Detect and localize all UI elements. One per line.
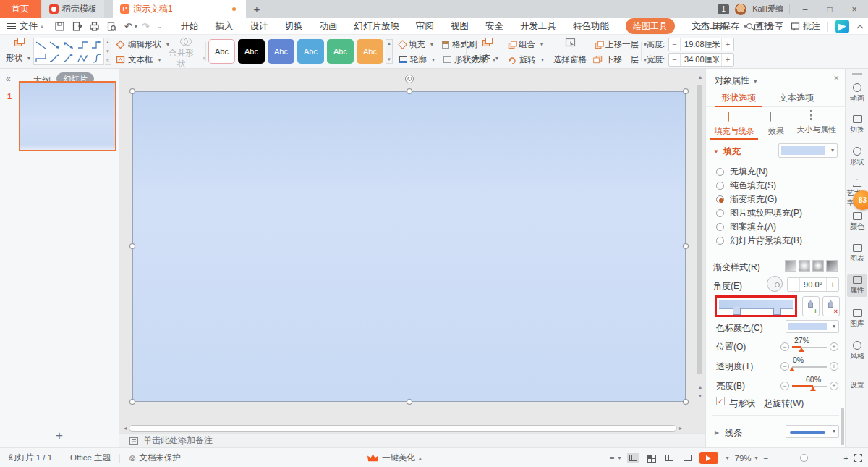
tab-document[interactable]: P 演示文稿1 — [113, 0, 246, 18]
subtab-size-properties[interactable]: 大小与属性 — [791, 111, 842, 135]
tab-text-options[interactable]: 文本选项 — [773, 89, 820, 107]
subtab-fill-line[interactable]: 填充与线条 — [710, 112, 758, 137]
horizontal-scrollbar[interactable]: ◂ ▸ — [124, 424, 682, 432]
shape-line-icon[interactable] — [34, 38, 48, 51]
more-commands-icon[interactable]: ⌄ — [157, 23, 162, 30]
position-minus-button[interactable]: − — [780, 342, 789, 351]
panel-scroll-thumb[interactable] — [841, 408, 844, 445]
rotate-with-shape-label[interactable]: 与形状一起旋转(W) — [729, 397, 804, 410]
style-sample-3[interactable]: Abc — [268, 39, 294, 64]
side-transition[interactable]: 切换 — [847, 114, 867, 136]
menu-start[interactable]: 开始 — [180, 20, 198, 33]
section-expand-icon[interactable]: ▼ — [713, 148, 719, 155]
minimize-button[interactable]: – — [796, 0, 814, 18]
protection-status[interactable]: ⊗文档未保护 — [129, 453, 181, 463]
brightness-plus-button[interactable]: + — [830, 382, 838, 390]
height-minus-button[interactable]: − — [669, 38, 681, 51]
resize-handle-se[interactable] — [683, 399, 689, 405]
slideshow-play-button[interactable] — [699, 452, 718, 464]
menu-insert[interactable]: 插入 — [215, 20, 233, 33]
scroll-up-icon[interactable]: ▲ — [697, 75, 704, 80]
notes-bar[interactable]: 单击此处添加备注 — [119, 433, 705, 447]
zoom-out-button[interactable]: − — [764, 454, 769, 463]
save-status-button[interactable]: 未保存▾ — [713, 20, 746, 33]
zoom-level-button[interactable]: 79%▾ — [735, 454, 758, 463]
shape-elbow-connector-icon[interactable] — [76, 38, 90, 51]
side-properties-active[interactable]: 属性 — [847, 274, 867, 297]
notification-badge[interactable]: 83 — [853, 190, 868, 210]
beautify-button[interactable]: 一键美化 ▴ — [367, 448, 422, 467]
gradient-style-linear[interactable] — [785, 260, 796, 272]
tab-docer[interactable]: 稻壳模板 — [42, 0, 104, 18]
angle-dial[interactable] — [767, 276, 783, 292]
gradient-bar[interactable] — [719, 300, 793, 309]
shape-elbow-arrow-icon[interactable] — [90, 38, 103, 51]
position-slider-marker[interactable] — [799, 348, 804, 352]
normal-view-button[interactable] — [627, 453, 639, 463]
resize-handle-ne[interactable] — [683, 88, 689, 94]
menu-drawing-tools-active[interactable]: 绘图工具 — [626, 18, 675, 34]
side-charts[interactable]: 图表 — [847, 243, 867, 265]
line-section-expand-icon[interactable]: ▶ — [715, 429, 719, 436]
shape-double-arrow-icon[interactable] — [61, 38, 75, 51]
stop-color-dropdown[interactable]: ▾ — [786, 320, 839, 333]
fill-button[interactable]: 填充▾ — [399, 38, 433, 51]
more-tools-icon[interactable]: ··· — [846, 370, 868, 377]
wps-ai-logo[interactable] — [835, 20, 849, 33]
style-sample-4[interactable]: Abc — [297, 39, 324, 64]
file-menu[interactable]: 文件 — [20, 20, 38, 33]
checkbox-checked-icon[interactable]: ✓ — [716, 397, 725, 405]
resize-handle-s[interactable] — [407, 399, 412, 405]
width-value[interactable]: 34.00厘米 — [681, 54, 722, 66]
user-name[interactable]: Kaili爱编 — [752, 4, 783, 14]
brightness-minus-button[interactable]: − — [780, 382, 789, 390]
drag-handle-icon[interactable] — [852, 73, 862, 75]
undo-button[interactable]: ↶ — [124, 21, 132, 32]
edit-shape-button[interactable]: 编辑形状▾ — [116, 38, 169, 51]
transparency-slider-track[interactable] — [792, 366, 827, 368]
menu-transition[interactable]: 切换 — [284, 20, 302, 33]
horizontal-scroll-thumb[interactable] — [129, 425, 677, 432]
bring-forward-button[interactable]: 上移一层▾ — [595, 38, 647, 51]
height-value[interactable]: 19.08厘米 — [681, 38, 722, 51]
slide-thumbnail-selected[interactable] — [19, 81, 116, 151]
slide-canvas[interactable]: ↻ ▲ ▲ ▼ ◂ ▸ 单击此处添加备注 — [119, 69, 705, 447]
share-button[interactable]: 分享 — [754, 20, 783, 33]
rotation-handle[interactable]: ↻ — [405, 75, 414, 83]
transparency-slider-marker[interactable] — [789, 367, 795, 371]
panel-close-button[interactable]: × — [833, 72, 839, 83]
shape-gallery[interactable] — [33, 38, 104, 65]
side-gallery[interactable]: 图库 — [847, 308, 867, 330]
shape-arrow-icon[interactable] — [48, 38, 61, 51]
scroll-down-icon[interactable]: ▼ — [106, 49, 110, 54]
brightness-slider-marker[interactable] — [810, 387, 816, 391]
group-button[interactable]: 组合▾ — [508, 38, 544, 51]
angle-plus-button[interactable]: + — [827, 278, 838, 291]
shape-curve-icon[interactable] — [48, 51, 61, 64]
angle-value[interactable]: 90.0° — [799, 278, 827, 291]
menu-slideshow[interactable]: 幻灯片放映 — [354, 20, 399, 33]
textbox-button[interactable]: 文本框▾ — [116, 53, 169, 67]
scroll-up-icon[interactable]: ▲ — [387, 41, 391, 46]
undo-caret-icon[interactable]: ▾ — [135, 23, 137, 30]
comment-button[interactable]: 批注 — [791, 20, 820, 33]
radio-solid-fill[interactable]: 纯色填充(S) — [716, 180, 776, 192]
menu-security[interactable]: 安全 — [485, 20, 503, 33]
menu-design[interactable]: 设计 — [250, 20, 268, 33]
menu-devtools[interactable]: 开发工具 — [520, 20, 556, 33]
height-plus-button[interactable]: + — [722, 38, 733, 51]
print-icon[interactable] — [89, 21, 100, 32]
fill-section-header[interactable]: 填充 — [723, 146, 741, 158]
send-backward-button[interactable]: 下移一层▾ — [595, 53, 647, 67]
angle-minus-button[interactable]: − — [788, 278, 799, 291]
add-slide-button[interactable]: + — [0, 429, 119, 443]
tab-home[interactable]: 首页 — [0, 0, 41, 18]
gradient-style-path[interactable] — [826, 260, 838, 272]
resize-handle-w[interactable] — [129, 243, 135, 249]
doc-count-badge[interactable]: 1 — [718, 4, 729, 14]
radio-picture-texture-fill[interactable]: 图片或纹理填充(P) — [716, 207, 802, 219]
output-icon[interactable] — [72, 21, 82, 32]
menu-animation[interactable]: 动画 — [319, 20, 337, 33]
tab-shape-options[interactable]: 形状选项 — [712, 89, 765, 107]
line-preview-dropdown[interactable]: ▾ — [786, 425, 839, 438]
